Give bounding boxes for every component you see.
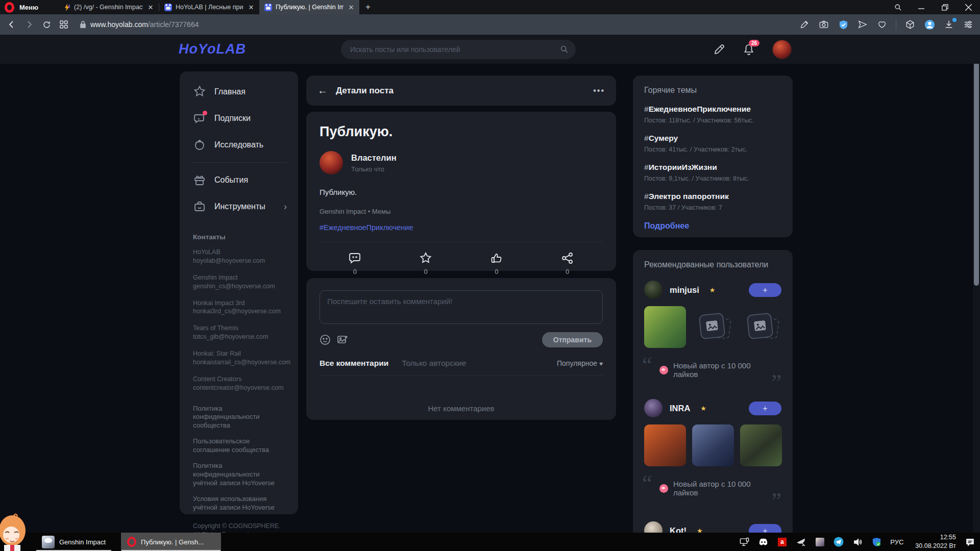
scrollbar-thumb[interactable] — [974, 35, 979, 286]
tray-picture-icon[interactable] — [815, 537, 825, 547]
tab-author-only[interactable]: Только авторские — [402, 359, 466, 368]
address-bar[interactable]: www.hoyolab.com/article/7377664 — [80, 20, 796, 29]
topics-more-link[interactable]: Подробнее — [644, 221, 781, 231]
tab-close-icon[interactable]: ✕ — [247, 4, 255, 11]
hot-topic[interactable]: #Электро папоротник Постов: 37 / Участни… — [644, 192, 781, 211]
tray-amd-icon[interactable]: a — [777, 537, 787, 547]
comment-input[interactable] — [320, 290, 603, 324]
search-input[interactable] — [350, 45, 560, 54]
browser-tab-post-active[interactable]: Публикую. | Genshin Impac ✕ — [259, 0, 359, 14]
footer-link-account-privacy[interactable]: Политика конфиденциальности учётной запи… — [193, 462, 285, 488]
author-avatar[interactable] — [320, 151, 343, 174]
favorite-action[interactable]: 0 — [419, 252, 432, 276]
send-comment-button[interactable]: Отправить — [542, 332, 603, 347]
page-scrollbar[interactable] — [973, 35, 980, 533]
taskbar-clock[interactable]: 12:55 30.08.2022 Вт — [915, 533, 956, 550]
hoyolab-logo[interactable]: HoYoLAB — [179, 41, 246, 57]
contact-email[interactable]: contentcreator@hoyoverse.com — [193, 384, 285, 392]
user-name[interactable]: INRA — [670, 404, 690, 413]
site-search[interactable] — [341, 40, 576, 59]
contact-email[interactable]: honkai3rd_cs@hoyoverse.com — [193, 307, 285, 316]
user-post-thumbnail[interactable] — [740, 424, 782, 466]
vpn-shield-icon[interactable] — [835, 17, 852, 32]
minimize-button[interactable] — [910, 0, 933, 14]
reload-button[interactable] — [38, 17, 55, 32]
topic-name[interactable]: ЕжедневноеПриключение — [649, 105, 751, 113]
language-indicator[interactable]: РУС — [890, 538, 903, 546]
pin-edit-icon[interactable] — [796, 17, 813, 32]
forward-button[interactable] — [20, 17, 38, 32]
sidebar-item-events[interactable]: События — [180, 167, 298, 193]
extensions-cube-icon[interactable] — [901, 17, 919, 32]
user-post-thumbnail[interactable] — [644, 306, 686, 348]
user-avatar[interactable] — [644, 281, 663, 299]
contact-email[interactable]: genshin_cs@hoyoverse.com — [193, 282, 285, 291]
contact-email[interactable]: hoyolab@hoyoverse.com — [193, 257, 285, 265]
sidebar-item-explore[interactable]: Исследовать — [180, 132, 298, 158]
sidebar-settings-icon[interactable] — [960, 17, 977, 32]
user-post-thumbnail[interactable] — [692, 424, 734, 466]
hot-topic[interactable]: #Сумеру Постов: 41тыс. / Участников: 2ты… — [644, 134, 781, 153]
opera-menu-label[interactable]: Меню — [19, 4, 38, 11]
tab-all-comments[interactable]: Все комментарии — [320, 359, 388, 368]
compose-pencil-icon[interactable] — [713, 43, 725, 56]
my-flow-icon[interactable] — [854, 17, 871, 32]
share-action[interactable]: 0 — [561, 252, 574, 276]
tray-display-icon[interactable] — [739, 537, 749, 547]
topic-name[interactable]: ИсторииИзЖизни — [649, 163, 717, 171]
back-arrow-icon[interactable]: ← — [317, 85, 328, 96]
post-category[interactable]: Genshin Impact • Мемы — [320, 208, 603, 215]
tab-close-icon[interactable]: ✕ — [146, 4, 155, 11]
back-button[interactable] — [3, 17, 20, 32]
user-post-thumbnail[interactable] — [644, 424, 686, 466]
tray-defender-icon[interactable] — [871, 537, 881, 547]
taskbar-app-genshin[interactable]: Genshin Impact — [36, 533, 112, 551]
topic-name[interactable]: Сумеру — [649, 134, 678, 142]
tray-volume-icon[interactable] — [852, 537, 863, 547]
user-name[interactable]: Kot! — [670, 526, 687, 533]
more-options-icon[interactable]: ••• — [593, 86, 605, 95]
bookmark-heart-icon[interactable] — [873, 17, 891, 32]
speed-dial-icon[interactable] — [55, 17, 72, 32]
contact-email[interactable]: honkaistarrail_cs@hoyoverse.com — [193, 358, 285, 367]
new-tab-button[interactable]: + — [365, 2, 371, 12]
sort-dropdown[interactable]: Популярное ♥ — [557, 359, 603, 367]
user-avatar[interactable] — [772, 40, 792, 59]
browser-tab-vg[interactable]: (2) /vg/ - Genshin Impact # ✕ — [59, 0, 159, 14]
snapshot-camera-icon[interactable] — [815, 17, 832, 32]
action-center-icon[interactable] — [965, 537, 975, 547]
author-name[interactable]: Властелин — [351, 153, 397, 163]
follow-button[interactable]: + — [749, 402, 781, 415]
sidebar-item-subscriptions[interactable]: Подписки — [180, 105, 298, 132]
tab-close-icon[interactable]: ✕ — [347, 4, 355, 11]
user-avatar[interactable] — [644, 521, 663, 533]
footer-link-user-agreement[interactable]: Пользовательское соглашение сообщества — [193, 437, 285, 455]
restore-button[interactable] — [933, 0, 957, 14]
hot-topic[interactable]: #ЕжедневноеПриключение Постов: 118тыс. /… — [644, 105, 781, 124]
tray-satellite-icon[interactable] — [796, 537, 806, 547]
contact-email[interactable]: totcs_glb@hoyoverse.com — [193, 333, 285, 341]
tray-discord-icon[interactable] — [758, 537, 768, 547]
add-image-icon[interactable] — [337, 334, 348, 345]
footer-link-account-terms[interactable]: Условия использования учётной записи HoY… — [193, 495, 285, 512]
user-avatar[interactable] — [644, 399, 663, 417]
emoji-icon[interactable] — [320, 334, 331, 345]
follow-button[interactable]: + — [749, 283, 781, 297]
opera-menu-icon[interactable] — [5, 2, 14, 13]
notifications-bell-icon[interactable]: 26 — [743, 43, 755, 56]
post-hashtag-link[interactable]: #ЕжедневноеПриключение — [320, 223, 603, 232]
close-window-button[interactable] — [957, 0, 980, 14]
search-icon[interactable] — [560, 45, 569, 54]
taskbar-app-opera-active[interactable]: Публикую. | Gensh... — [121, 533, 221, 551]
comment-action[interactable]: 0 — [348, 252, 361, 276]
sidebar-item-tools[interactable]: Инструменты › — [180, 193, 298, 220]
tab-search-icon[interactable] — [886, 0, 910, 14]
like-action[interactable]: 0 — [490, 252, 503, 276]
follow-button[interactable]: + — [749, 524, 781, 533]
topic-name[interactable]: Электро папоротник — [649, 192, 729, 201]
hot-topic[interactable]: #ИсторииИзЖизни Постов: 9,1тыс. / Участн… — [644, 163, 781, 182]
sidebar-item-home[interactable]: Главная — [180, 79, 298, 105]
footer-link-community-privacy[interactable]: Политика конфиденциальности сообщества — [193, 405, 285, 431]
tray-telegram-icon[interactable] — [834, 537, 844, 547]
user-name[interactable]: minjusi — [670, 285, 699, 295]
